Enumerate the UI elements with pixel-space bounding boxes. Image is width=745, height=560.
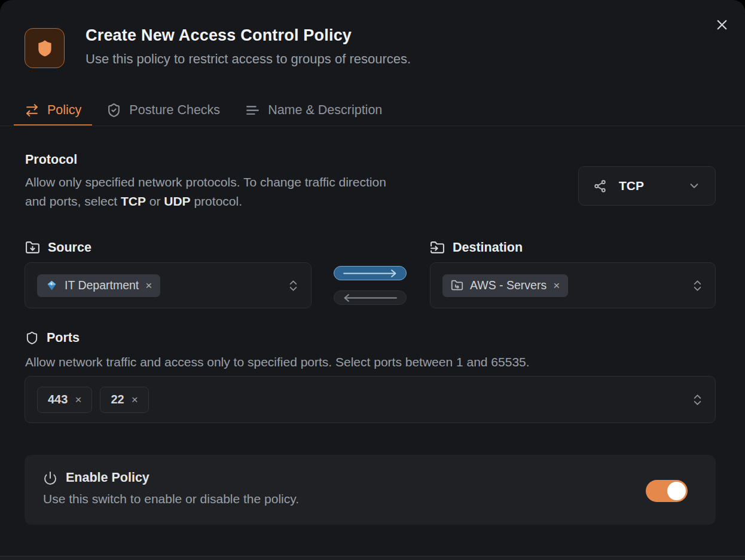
folder-resource-icon <box>451 279 463 292</box>
enable-policy-description: Use this switch to enable or disable the… <box>43 492 299 506</box>
shield-check-icon <box>106 103 121 118</box>
ports-heading-label: Ports <box>47 331 80 345</box>
destination-tag: AWS - Servers × <box>442 274 568 297</box>
chevrons-up-down-icon[interactable] <box>691 279 704 292</box>
text-lines-icon <box>245 103 260 118</box>
destination-heading: Destination <box>430 240 523 255</box>
share-nodes-icon <box>593 179 607 193</box>
group-gem-icon <box>45 279 58 292</box>
ports-select[interactable]: 443 × 22 × <box>25 376 716 423</box>
tab-posture-checks[interactable]: Posture Checks <box>96 96 231 126</box>
destination-tag-label: AWS - Servers <box>470 279 546 292</box>
shield-outline-icon <box>25 331 39 345</box>
traffic-direction-controls <box>334 266 407 305</box>
power-icon <box>43 471 57 485</box>
create-policy-modal: Create New Access Control Policy Use thi… <box>0 0 745 560</box>
toggle-knob <box>667 482 686 500</box>
arrows-right-left-icon <box>25 103 39 118</box>
direction-left-button[interactable] <box>334 290 407 305</box>
arrow-left-icon <box>341 293 399 302</box>
source-tag: IT Department × <box>37 274 160 297</box>
enable-policy-label: Enable Policy <box>66 470 149 485</box>
source-heading-label: Source <box>48 240 91 255</box>
folder-down-icon <box>25 240 40 255</box>
folder-input-icon <box>430 240 445 255</box>
chevrons-up-down-icon[interactable] <box>691 393 704 406</box>
port-tag-label: 443 <box>48 393 68 406</box>
enable-policy-card: Enable Policy Use this switch to enable … <box>25 455 716 525</box>
port-tag: 22 × <box>100 387 148 413</box>
port-tag: 443 × <box>37 387 92 413</box>
chevrons-up-down-icon[interactable] <box>286 279 300 292</box>
source-heading: Source <box>25 240 91 255</box>
remove-tag-icon[interactable]: × <box>132 394 138 405</box>
port-tag-label: 22 <box>111 393 124 406</box>
protocol-section: Protocol Allow only specified network pr… <box>25 152 408 211</box>
direction-right-button[interactable] <box>334 266 407 280</box>
shield-icon <box>35 39 54 58</box>
source-tag-label: IT Department <box>65 279 139 292</box>
protocol-select[interactable]: TCP <box>578 166 716 206</box>
destination-select[interactable]: AWS - Servers × <box>430 262 716 308</box>
tab-label: Posture Checks <box>129 103 220 118</box>
protocol-heading: Protocol <box>25 152 408 167</box>
policy-shield-badge <box>25 28 65 68</box>
remove-tag-icon[interactable]: × <box>145 280 152 291</box>
modal-title: Create New Access Control Policy <box>86 26 352 45</box>
source-select[interactable]: IT Department × <box>25 262 312 308</box>
chevron-down-icon <box>688 179 701 192</box>
close-icon <box>714 17 730 33</box>
arrow-right-icon <box>341 269 399 278</box>
tab-bar: Policy Posture Checks Name & Description <box>14 96 393 126</box>
remove-tag-icon[interactable]: × <box>553 280 560 291</box>
modal-subtitle: Use this policy to restrict access to gr… <box>86 51 411 67</box>
enable-policy-heading: Enable Policy <box>43 470 149 485</box>
remove-tag-icon[interactable]: × <box>75 394 81 405</box>
protocol-value: TCP <box>619 179 644 193</box>
enable-policy-toggle[interactable] <box>646 480 688 502</box>
ports-description: Allow network traffic and access only to… <box>25 353 530 372</box>
tab-label: Policy <box>47 103 81 118</box>
protocol-description: Allow only specified network protocols. … <box>25 173 396 211</box>
tab-policy[interactable]: Policy <box>14 96 92 126</box>
tabs-divider <box>0 126 745 126</box>
ports-heading: Ports <box>25 331 80 345</box>
tab-label: Name & Description <box>268 103 382 118</box>
close-button[interactable] <box>713 16 731 33</box>
footer-bar <box>0 556 745 560</box>
tab-name-description[interactable]: Name & Description <box>234 96 393 126</box>
destination-heading-label: Destination <box>453 240 523 255</box>
